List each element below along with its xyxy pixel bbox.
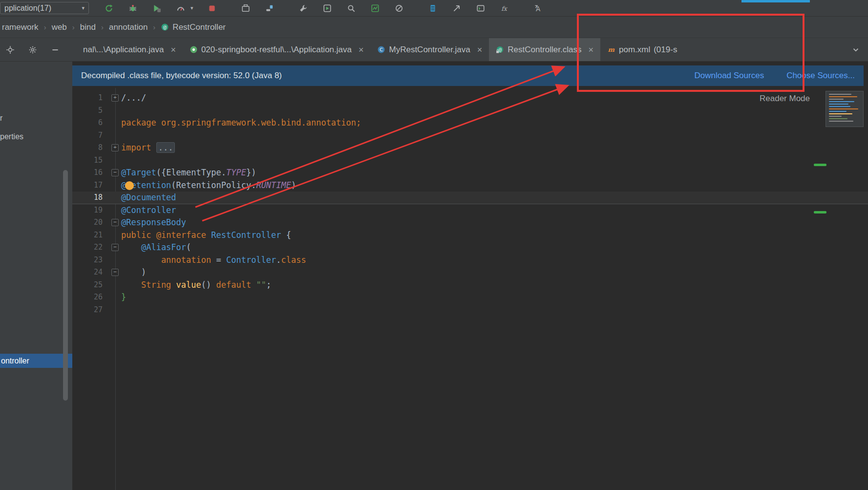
- code-token: class: [281, 255, 306, 265]
- code-line: 26}: [72, 291, 868, 304]
- commit-icon[interactable]: [451, 3, 462, 14]
- tab-label: MyRestController.java: [389, 45, 470, 55]
- code-token: RestController: [211, 230, 286, 240]
- breadcrumb-separator: ›: [72, 23, 75, 31]
- annotation-icon: @: [161, 23, 169, 31]
- editor-tab[interactable]: CMyRestController.java×: [370, 38, 489, 61]
- breadcrumb-item[interactable]: ramework: [2, 22, 39, 32]
- inspections-off-icon[interactable]: [394, 3, 404, 14]
- code-line: 15: [72, 154, 868, 167]
- svg-text:fx: fx: [501, 5, 508, 12]
- code-token: .: [276, 255, 281, 265]
- code-line: 8+import ...: [72, 142, 868, 154]
- translate-icon[interactable]: A: [533, 3, 544, 14]
- fold-marker-icon[interactable]: −: [111, 244, 119, 251]
- decompiled-banner: Decompiled .class file, bytecode version…: [72, 65, 864, 86]
- editor-tab[interactable]: mpom.xml(019-s: [600, 38, 684, 61]
- run-configuration-label: pplication(17): [4, 4, 51, 13]
- breadcrumb-item[interactable]: web: [52, 22, 67, 32]
- breadcrumb-item[interactable]: @RestController: [161, 22, 226, 32]
- svg-text:@: @: [164, 24, 167, 30]
- line-number: 25: [72, 279, 103, 292]
- project-tree-selected-item[interactable]: ontroller: [0, 354, 72, 368]
- breadcrumb-item[interactable]: bind: [80, 22, 96, 32]
- monitor-icon[interactable]: [370, 3, 381, 14]
- banner-link[interactable]: Choose Sources...: [786, 71, 855, 81]
- wrench-icon[interactable]: [298, 3, 309, 14]
- code-view: 1+/.../56package org.springframework.web…: [72, 92, 868, 316]
- code-token: .: [251, 180, 256, 190]
- build-icon[interactable]: [264, 3, 275, 14]
- editor-tab[interactable]: @RestController.class×: [489, 38, 600, 61]
- line-number: 5: [72, 105, 103, 117]
- maven-icon: m: [607, 45, 615, 54]
- line-number: 19: [72, 204, 103, 217]
- modules-icon[interactable]: [240, 3, 251, 14]
- tab-label: 020-springboot-restful\...\Application.j…: [201, 45, 352, 55]
- close-icon[interactable]: ×: [170, 45, 176, 54]
- code-token: ): [291, 180, 296, 190]
- profiler-icon[interactable]: [175, 3, 186, 14]
- fold-marker-icon[interactable]: +: [111, 144, 119, 151]
- fold-marker-icon[interactable]: −: [111, 269, 119, 276]
- code-token: "": [256, 280, 266, 290]
- locate-icon[interactable]: [5, 44, 16, 55]
- breadcrumb-item-label: RestController: [172, 22, 226, 32]
- search-icon[interactable]: [346, 3, 357, 14]
- breadcrumb-item[interactable]: annotation: [109, 22, 148, 32]
- code-token: package org.springframework.web.bind.ann…: [121, 118, 361, 128]
- code-line: 18@Documented: [72, 192, 868, 204]
- tab-label: RestController.class: [508, 45, 581, 55]
- panel-scrollbar[interactable]: [63, 170, 68, 401]
- run-anything-icon[interactable]: [322, 3, 333, 14]
- banner-message: Decompiled .class file, bytecode version…: [81, 71, 282, 81]
- coverage-icon[interactable]: [151, 3, 162, 14]
- code-token: import: [121, 143, 156, 152]
- line-number: 26: [72, 291, 103, 304]
- chevron-down-icon: ▾: [82, 5, 85, 11]
- fold-marker-icon[interactable]: −: [111, 219, 119, 226]
- close-icon[interactable]: ×: [477, 45, 483, 54]
- close-icon[interactable]: ×: [359, 45, 364, 54]
- code-line: 16−@Target({ElementType.TYPE}): [72, 167, 868, 179]
- project-tree-item[interactable]: r: [0, 114, 2, 123]
- banner-link[interactable]: Download Sources: [694, 71, 764, 81]
- rerun-icon[interactable]: [104, 3, 114, 14]
- tab-label: pom.xml: [619, 45, 650, 55]
- code-token: .: [221, 168, 226, 177]
- code-token: }: [121, 292, 126, 302]
- code-token: @interface: [156, 230, 212, 240]
- project-tree-item[interactable]: perties: [0, 132, 23, 141]
- code-token: @ResponseBody: [121, 217, 186, 227]
- function-icon[interactable]: fx: [499, 3, 510, 14]
- line-number: 24: [72, 266, 103, 279]
- fold-marker-icon[interactable]: −: [111, 169, 119, 176]
- ide-window: pplication(17) ▾ ▾fxA ramework›web›bind›…: [0, 0, 868, 490]
- hidden-tabs-dropdown[interactable]: [851, 38, 868, 61]
- editor-area: Decompiled .class file, bytecode version…: [72, 62, 868, 490]
- close-icon[interactable]: ×: [588, 45, 593, 54]
- main-toolbar: pplication(17) ▾ ▾fxA: [0, 0, 868, 17]
- line-number: 20: [72, 216, 103, 229]
- code-line: 19@Controller: [72, 204, 868, 217]
- editor-tab[interactable]: nal\...\Application.java×: [76, 38, 183, 61]
- debug-icon[interactable]: [127, 3, 138, 14]
- editor-tab[interactable]: 020-springboot-restful\...\Application.j…: [183, 38, 371, 61]
- line-number: 15: [72, 154, 103, 167]
- intention-bulb-icon[interactable]: [125, 181, 134, 190]
- code-line: 21public @interface RestController {: [72, 229, 868, 242]
- database-icon[interactable]: [427, 3, 438, 14]
- line-number: 18: [72, 192, 103, 204]
- gear-icon[interactable]: [27, 44, 38, 55]
- code-line: 22− @AliasFor(: [72, 241, 868, 254]
- code-token: }): [246, 168, 256, 177]
- line-number: 21: [72, 229, 103, 242]
- console-icon[interactable]: [475, 3, 486, 14]
- run-configuration-selector[interactable]: pplication(17) ▾: [0, 2, 89, 14]
- hide-icon[interactable]: [50, 44, 61, 55]
- project-panel: r perties ontroller: [0, 62, 72, 490]
- fold-marker-icon[interactable]: +: [111, 94, 119, 102]
- stop-icon[interactable]: [207, 3, 217, 14]
- code-token: ): [121, 267, 146, 277]
- breadcrumb-item-label: web: [52, 22, 67, 32]
